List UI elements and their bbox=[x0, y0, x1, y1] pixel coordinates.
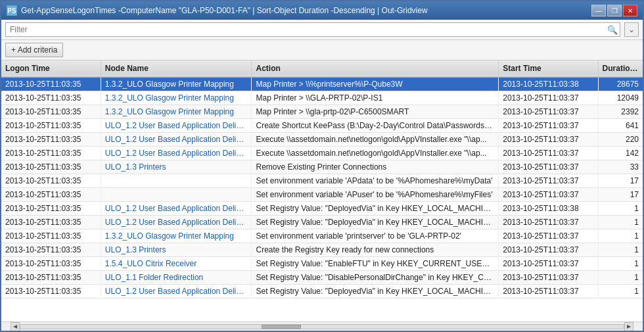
cell-start_time: 2013-10-25T11:03:37 bbox=[499, 119, 598, 133]
table-row[interactable]: 2013-10-25T11:03:351.5.4_ULO Citrix Rece… bbox=[1, 257, 643, 271]
cell-node_name: ULO_1.2 User Based Application Delivery bbox=[101, 202, 252, 216]
table-body: 2013-10-25T11:03:351.3.2_ULO Glasgow Pri… bbox=[1, 77, 643, 298]
close-button[interactable]: ✕ bbox=[623, 5, 637, 16]
cell-duration: 1 bbox=[598, 257, 643, 271]
cell-action: Set environment variable 'printserver' t… bbox=[252, 229, 499, 243]
cell-logon_time: 2013-10-25T11:03:35 bbox=[1, 285, 101, 298]
table-row[interactable]: 2013-10-25T11:03:351.3.2_ULO Glasgow Pri… bbox=[1, 91, 643, 105]
table-row[interactable]: 2013-10-25T11:03:35ULO_1.1 Folder Redire… bbox=[1, 271, 643, 285]
table-row[interactable]: 2013-10-25T11:03:35ULO_1.3 PrintersRemov… bbox=[1, 160, 643, 174]
cell-start_time: 2013-10-25T11:03:37 bbox=[499, 105, 598, 119]
cell-start_time: 2013-10-25T11:03:37 bbox=[499, 216, 598, 229]
cell-action: Set environment variable 'APuser' to be … bbox=[252, 188, 499, 202]
cell-action: Set environment variable 'APdata' to be … bbox=[252, 174, 499, 188]
filter-toolbar: 🔍 ⌄ bbox=[1, 20, 643, 40]
cell-start_time: 2013-10-25T11:03:37 bbox=[499, 174, 598, 188]
cell-duration: 33 bbox=[598, 160, 643, 174]
table-row[interactable]: 2013-10-25T11:03:35ULO_1.2 User Based Ap… bbox=[1, 202, 643, 216]
cell-node_name: 1.3.2_ULO Glasgow Printer Mapping bbox=[101, 91, 252, 105]
cell-node_name: 1.5.4_ULO Citrix Receiver bbox=[101, 257, 252, 271]
filter-wrapper: 🔍 bbox=[5, 22, 620, 37]
table-header: Logon Time Node Name Action Start Time D… bbox=[1, 60, 643, 77]
table-row[interactable]: 2013-10-25T11:03:35ULO_1.2 User Based Ap… bbox=[1, 216, 643, 229]
cell-duration: 1 bbox=[598, 243, 643, 257]
sort-indicator: ▼ bbox=[639, 66, 643, 72]
cell-start_time: 2013-10-25T11:03:37 bbox=[499, 271, 598, 285]
cell-start_time: 2013-10-25T11:03:38 bbox=[499, 202, 598, 216]
cell-logon_time: 2013-10-25T11:03:35 bbox=[1, 174, 101, 188]
col-header-logon-time[interactable]: Logon Time bbox=[1, 60, 101, 77]
cell-start_time: 2013-10-25T11:03:37 bbox=[499, 229, 598, 243]
cell-logon_time: 2013-10-25T11:03:35 bbox=[1, 77, 101, 91]
cell-node_name: ULO_1.3 Printers bbox=[101, 243, 252, 257]
scroll-right-arrow[interactable]: ▶ bbox=[624, 322, 633, 331]
cell-node_name: ULO_1.2 User Based Application Delivery bbox=[101, 119, 252, 133]
cell-action: Create Shortcut KeePass (B:\Day-2-Day\Co… bbox=[252, 119, 499, 133]
search-icon-button[interactable]: 🔍 bbox=[607, 25, 618, 35]
filter-input[interactable] bbox=[5, 22, 620, 37]
cell-node_name: ULO_1.3 Printers bbox=[101, 160, 252, 174]
cell-start_time: 2013-10-25T11:03:37 bbox=[499, 133, 598, 147]
cell-duration: 220 bbox=[598, 133, 643, 147]
cell-action: Set Registry Value: "DeployedVia" in Key… bbox=[252, 216, 499, 229]
table-row[interactable]: 2013-10-25T11:03:35Set environment varia… bbox=[1, 188, 643, 202]
cell-action: Set Registry Value: "DisablePersonalDirC… bbox=[252, 271, 499, 285]
scrollbar-track[interactable] bbox=[20, 324, 624, 329]
horizontal-scrollbar[interactable]: ◀ ▶ bbox=[1, 321, 643, 331]
col-header-action[interactable]: Action bbox=[252, 60, 499, 77]
cell-duration: 12049 bbox=[598, 91, 643, 105]
table-wrapper[interactable]: Logon Time Node Name Action Start Time D… bbox=[1, 60, 643, 321]
cell-duration: 17 bbox=[598, 174, 643, 188]
chevron-button[interactable]: ⌄ bbox=[624, 22, 639, 37]
cell-start_time: 2013-10-25T11:03:37 bbox=[499, 160, 598, 174]
cell-start_time: 2013-10-25T11:03:37 bbox=[499, 285, 598, 298]
table-row[interactable]: 2013-10-25T11:03:35ULO_1.2 User Based Ap… bbox=[1, 133, 643, 147]
cell-logon_time: 2013-10-25T11:03:35 bbox=[1, 229, 101, 243]
col-header-start-time[interactable]: Start Time bbox=[499, 60, 598, 77]
title-bar: PS Get-AppSenseLogonTimes -ComputerName … bbox=[1, 1, 643, 20]
cell-start_time: 2013-10-25T11:03:37 bbox=[499, 91, 598, 105]
table-row[interactable]: 2013-10-25T11:03:351.3.2_ULO Glasgow Pri… bbox=[1, 105, 643, 119]
title-bar-left: PS Get-AppSenseLogonTimes -ComputerName … bbox=[7, 5, 428, 16]
cell-action: Map Printer > \\%printserver%\P-Qube3W bbox=[252, 77, 499, 91]
cell-action: Remove Existing Printer Connections bbox=[252, 160, 499, 174]
cell-action: Execute \\assetdomain.net\netlogon\gold\… bbox=[252, 133, 499, 147]
cell-logon_time: 2013-10-25T11:03:35 bbox=[1, 91, 101, 105]
cell-duration: 1 bbox=[598, 202, 643, 216]
cell-action: Create the Registry Key ready for new co… bbox=[252, 243, 499, 257]
cell-node_name: ULO_1.2 User Based Application Delivery bbox=[101, 133, 252, 147]
col-header-node-name[interactable]: Node Name bbox=[101, 60, 252, 77]
add-criteria-button[interactable]: + Add criteria bbox=[5, 43, 63, 57]
cell-start_time: 2013-10-25T11:03:37 bbox=[499, 243, 598, 257]
table-row[interactable]: 2013-10-25T11:03:35ULO_1.2 User Based Ap… bbox=[1, 119, 643, 133]
table-row[interactable]: 2013-10-25T11:03:35Set environment varia… bbox=[1, 174, 643, 188]
cell-logon_time: 2013-10-25T11:03:35 bbox=[1, 105, 101, 119]
minimize-button[interactable]: — bbox=[591, 5, 606, 16]
restore-button[interactable]: ❐ bbox=[607, 5, 622, 16]
cell-duration: 28675 bbox=[598, 77, 643, 91]
cell-duration: 1 bbox=[598, 229, 643, 243]
app-icon: PS bbox=[7, 5, 17, 16]
cell-node_name bbox=[101, 188, 252, 202]
cell-duration: 142 bbox=[598, 147, 643, 160]
table-container: Logon Time Node Name Action Start Time D… bbox=[1, 60, 643, 331]
table-row[interactable]: 2013-10-25T11:03:35ULO_1.3 PrintersCreat… bbox=[1, 243, 643, 257]
cell-logon_time: 2013-10-25T11:03:35 bbox=[1, 257, 101, 271]
col-header-duration[interactable]: Duration ▼ bbox=[598, 60, 643, 77]
cell-logon_time: 2013-10-25T11:03:35 bbox=[1, 188, 101, 202]
scroll-left-arrow[interactable]: ◀ bbox=[11, 322, 20, 331]
cell-node_name: 1.3.2_ULO Glasgow Printer Mapping bbox=[101, 229, 252, 243]
table-row[interactable]: 2013-10-25T11:03:351.3.2_ULO Glasgow Pri… bbox=[1, 77, 643, 91]
table-row[interactable]: 2013-10-25T11:03:35ULO_1.2 User Based Ap… bbox=[1, 147, 643, 160]
cell-start_time: 2013-10-25T11:03:37 bbox=[499, 257, 598, 271]
table-row[interactable]: 2013-10-25T11:03:35ULO_1.2 User Based Ap… bbox=[1, 285, 643, 298]
cell-logon_time: 2013-10-25T11:03:35 bbox=[1, 243, 101, 257]
cell-action: Set Registry Value: "EnableFTU" in Key H… bbox=[252, 257, 499, 271]
cell-duration: 1 bbox=[598, 271, 643, 285]
table-row[interactable]: 2013-10-25T11:03:351.3.2_ULO Glasgow Pri… bbox=[1, 229, 643, 243]
scrollbar-thumb[interactable] bbox=[262, 325, 301, 329]
cell-logon_time: 2013-10-25T11:03:35 bbox=[1, 202, 101, 216]
cell-start_time: 2013-10-25T11:03:37 bbox=[499, 188, 598, 202]
cell-node_name: 1.3.2_ULO Glasgow Printer Mapping bbox=[101, 105, 252, 119]
cell-logon_time: 2013-10-25T11:03:35 bbox=[1, 160, 101, 174]
